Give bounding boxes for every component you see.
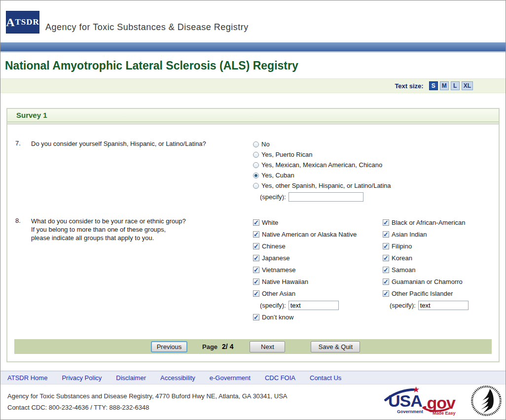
- link-cdc-foia[interactable]: CDC FOIA: [265, 374, 295, 382]
- text-size-m-button[interactable]: M: [440, 81, 449, 90]
- checkbox-option-white[interactable]: ✓ White: [253, 216, 383, 228]
- checkbox-icon-checked[interactable]: ✓: [383, 255, 389, 261]
- other-pacific-islander-specify-input[interactable]: [418, 301, 469, 310]
- checkbox-option-filipino[interactable]: ✓ Filipino: [383, 240, 499, 252]
- previous-button[interactable]: Previous: [151, 341, 187, 352]
- question-8-line2: If you belong to more than one of these …: [31, 226, 166, 233]
- checkbox-option-korean[interactable]: ✓ Korean: [383, 252, 499, 264]
- radio-label: Yes, other Spanish, Hispanic, or Latino/…: [261, 182, 391, 189]
- survey-panel: Survey 1 7. Do you consider yourself Spa…: [6, 108, 500, 362]
- checkbox-option-black[interactable]: ✓ Black or African-American: [383, 216, 499, 228]
- checkbox-icon-checked[interactable]: ✓: [383, 290, 389, 297]
- atsdr-logo-letter: A: [6, 16, 15, 29]
- radio-icon-selected[interactable]: [253, 173, 259, 178]
- checkbox-icon-checked[interactable]: ✓: [253, 219, 259, 226]
- page-number: 2/ 4: [222, 343, 233, 350]
- atsdr-logo[interactable]: ATSDR: [6, 11, 39, 34]
- link-privacy-policy[interactable]: Privacy Policy: [62, 374, 102, 382]
- survey-title: Survey 1: [7, 109, 499, 122]
- radio-option-puerto-rican[interactable]: Yes, Puerto Rican: [253, 149, 499, 160]
- checkbox-icon-checked[interactable]: ✓: [253, 231, 259, 238]
- checkbox-label: Samoan: [392, 266, 415, 274]
- checkbox-icon-checked[interactable]: ✓: [253, 290, 259, 297]
- question-8-left-column: ✓ White ✓ Native American or Alaska Nati…: [253, 216, 383, 323]
- link-disclaimer[interactable]: Disclaimer: [116, 374, 146, 382]
- checkbox-label: Black or African-American: [392, 219, 466, 226]
- header: ATSDR Agency for Toxic Substances & Dise…: [0, 0, 506, 42]
- hhs-eagle-logo[interactable]: [466, 380, 506, 420]
- text-size-xl-button[interactable]: XL: [462, 81, 473, 90]
- checkbox-label: Korean: [392, 254, 412, 262]
- checkbox-icon-checked[interactable]: ✓: [383, 267, 389, 273]
- other-asian-specify-input[interactable]: [289, 301, 339, 310]
- question-7-number: 7.: [15, 139, 31, 147]
- link-atsdr-home[interactable]: ATSDR Home: [7, 374, 47, 382]
- text-size-s-button[interactable]: S: [429, 81, 438, 90]
- checkbox-option-other-pacific-islander[interactable]: ✓ Other Pacific Islander: [383, 287, 499, 299]
- checkbox-icon-checked[interactable]: ✓: [253, 255, 259, 261]
- checkbox-label: Filipino: [392, 243, 412, 250]
- checkbox-icon-checked[interactable]: ✓: [383, 243, 389, 249]
- usagov-usa-text: USA: [388, 391, 422, 411]
- checkbox-label: Native Hawaiian: [262, 278, 308, 285]
- survey-body: 7. Do you consider yourself Spanish, His…: [7, 124, 499, 361]
- checkbox-icon-checked[interactable]: ✓: [253, 279, 259, 285]
- link-e-government[interactable]: e-Government: [210, 374, 251, 382]
- radio-option-no[interactable]: No: [253, 139, 499, 149]
- checkbox-icon-checked[interactable]: ✓: [253, 243, 259, 249]
- question-8-line3: please indicate all groups that apply to…: [31, 234, 154, 242]
- checkbox-option-vietnamese[interactable]: ✓ Vietnamese: [253, 264, 383, 276]
- checkbox-label: Native American or Alaska Native: [262, 231, 357, 238]
- checkbox-option-samoan[interactable]: ✓ Samoan: [383, 264, 499, 276]
- question-8-number: 8.: [15, 216, 31, 224]
- checkbox-icon-checked[interactable]: ✓: [253, 314, 259, 320]
- radio-option-other[interactable]: Yes, other Spanish, Hispanic, or Latino/…: [253, 180, 499, 191]
- checkbox-label: White: [262, 219, 278, 226]
- checkbox-option-asian-indian[interactable]: ✓ Asian Indian: [383, 228, 499, 240]
- link-contact-us[interactable]: Contact Us: [310, 374, 341, 382]
- usagov-tagline-made-easy: Made Easy: [433, 411, 456, 416]
- checkbox-label: Vietnamese: [262, 266, 295, 274]
- checkbox-label: Japanese: [262, 254, 289, 262]
- checkbox-label: Chinese: [262, 243, 286, 250]
- radio-icon[interactable]: [253, 162, 259, 168]
- other-asian-specify: (specify):: [253, 299, 383, 311]
- radio-icon[interactable]: [253, 141, 259, 147]
- checkbox-label: Other Pacific Islander: [392, 290, 453, 297]
- radio-icon[interactable]: [253, 183, 259, 189]
- usagov-tagline-government: Government: [397, 409, 423, 414]
- question-8: 8. What do you consider to be your race …: [7, 216, 499, 323]
- radio-option-mexican[interactable]: Yes, Mexican, Mexican American, Chicano: [253, 160, 499, 170]
- checkbox-option-japanese[interactable]: ✓ Japanese: [253, 252, 383, 264]
- checkbox-option-chinese[interactable]: ✓ Chinese: [253, 240, 383, 252]
- text-size-l-button[interactable]: L: [451, 81, 460, 90]
- usagov-logo[interactable]: ★ USA .gov Government Made Easy: [385, 387, 464, 418]
- page-title: National Amyotrophic Lateral Sclerosis (…: [5, 57, 506, 74]
- checkbox-option-native-american[interactable]: ✓ Native American or Alaska Native: [253, 228, 383, 240]
- question-7: 7. Do you consider yourself Spanish, His…: [7, 139, 499, 203]
- question-7-specify-input[interactable]: [289, 192, 363, 202]
- checkbox-option-dont-know[interactable]: ✓ Don’t know: [253, 311, 383, 323]
- checkbox-label: Guamanian or Chamorro: [392, 278, 463, 285]
- specify-label: (specify):: [260, 302, 286, 309]
- checkbox-option-native-hawaiian[interactable]: ✓ Native Hawaiian: [253, 276, 383, 287]
- page: ATSDR Agency for Toxic Substances & Dise…: [0, 0, 506, 420]
- checkbox-icon-checked[interactable]: ✓: [383, 231, 389, 238]
- pagination-bar: Previous Page 2/ 4 Next Save & Quit: [14, 339, 492, 354]
- checkbox-icon-checked[interactable]: ✓: [383, 219, 389, 226]
- checkbox-option-other-asian[interactable]: ✓ Other Asian: [253, 287, 383, 299]
- radio-label: Yes, Puerto Rican: [261, 151, 313, 158]
- specify-label: (specify):: [390, 302, 416, 309]
- checkbox-icon-checked[interactable]: ✓: [253, 267, 259, 273]
- checkbox-icon-checked[interactable]: ✓: [383, 279, 389, 285]
- atsdr-logo-rest: TSDR: [15, 17, 39, 27]
- radio-option-cuban[interactable]: Yes, Cuban: [253, 170, 499, 180]
- checkbox-option-guamanian[interactable]: ✓ Guamanian or Chamorro: [383, 276, 499, 287]
- save-quit-button[interactable]: Save & Quit: [311, 341, 360, 352]
- question-8-right-column: ✓ Black or African-American ✓ Asian Indi…: [383, 216, 499, 323]
- radio-label: Yes, Cuban: [261, 172, 294, 179]
- next-button[interactable]: Next: [250, 341, 285, 352]
- link-accessibility[interactable]: Accessibility: [160, 374, 195, 382]
- radio-icon[interactable]: [253, 152, 259, 158]
- checkbox-label: Other Asian: [262, 290, 295, 297]
